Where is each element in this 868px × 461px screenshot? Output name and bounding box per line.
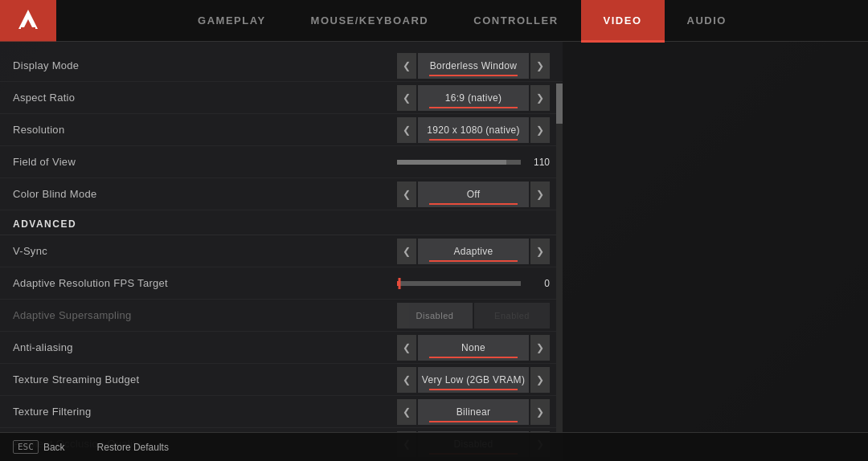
antialiasing-label: Anti-aliasing	[13, 341, 318, 353]
texture-streaming-value: Very Low (2GB VRAM)	[418, 367, 529, 393]
setting-resolution: Resolution ❮ 1920 x 1080 (native) ❯	[0, 114, 563, 146]
setting-vsync: V-Sync ❮ Adaptive ❯	[0, 235, 563, 267]
adaptive-supersampling-disabled-btn[interactable]: Disabled	[397, 303, 473, 328]
color-blind-next[interactable]: ❯	[530, 182, 550, 207]
display-mode-label: Display Mode	[13, 59, 318, 71]
bottom-bar: ESC Back Restore Defaults	[0, 432, 868, 461]
setting-texture-filtering: Texture Filtering ❮ Bilinear ❯	[0, 396, 563, 428]
texture-filtering-label: Texture Filtering	[13, 406, 318, 418]
esc-key-badge: ESC	[13, 440, 39, 454]
scrollbar-track[interactable]	[556, 84, 563, 461]
antialiasing-underline	[429, 357, 518, 358]
setting-texture-streaming: Texture Streaming Budget ❮ Very Low (2GB…	[0, 364, 563, 396]
resolution-control: ❮ 1920 x 1080 (native) ❯	[318, 117, 550, 143]
resolution-underline	[429, 139, 518, 141]
setting-color-blind: Color Blind Mode ❮ Off ❯	[0, 178, 563, 210]
texture-streaming-label: Texture Streaming Budget	[13, 373, 318, 386]
display-mode-arrow-control: ❮ Borderless Window ❯	[397, 53, 550, 79]
aspect-ratio-label: Aspect Ratio	[13, 92, 318, 104]
color-blind-prev[interactable]: ❮	[397, 182, 416, 207]
restore-defaults-action[interactable]: Restore Defaults	[97, 442, 169, 453]
setting-fov: Field of View 110	[0, 146, 563, 178]
texture-filtering-next[interactable]: ❯	[530, 399, 550, 425]
adaptive-supersampling-enabled-btn[interactable]: Enabled	[474, 303, 550, 328]
adaptive-res-label: Adaptive Resolution FPS Target	[13, 277, 318, 289]
vsync-control: ❮ Adaptive ❯	[318, 239, 550, 264]
color-blind-value: Off	[418, 182, 529, 207]
right-panel	[563, 42, 868, 461]
display-mode-prev[interactable]: ❮	[397, 53, 416, 79]
adaptive-supersampling-control: Disabled Enabled	[318, 303, 550, 328]
vsync-label: V-Sync	[13, 245, 318, 257]
antialiasing-control: ❮ None ❯	[318, 335, 550, 361]
aspect-ratio-next[interactable]: ❯	[530, 85, 550, 111]
adaptive-res-control: 0	[318, 278, 550, 289]
adaptive-supersampling-toggle: Disabled Enabled	[397, 303, 550, 328]
texture-streaming-control: ❮ Very Low (2GB VRAM) ❯	[318, 367, 550, 393]
vsync-arrow-control: ❮ Adaptive ❯	[397, 239, 550, 264]
color-blind-label: Color Blind Mode	[13, 188, 318, 200]
aspect-ratio-control: ❮ 16:9 (native) ❯	[318, 85, 550, 111]
display-mode-next[interactable]: ❯	[530, 53, 550, 79]
antialiasing-arrow-control: ❮ None ❯	[397, 335, 550, 361]
texture-filtering-underline	[429, 421, 518, 422]
display-mode-underline	[429, 75, 518, 76]
aspect-ratio-underline	[429, 107, 518, 108]
advanced-section-header: ADVANCED	[0, 210, 563, 235]
resolution-prev[interactable]: ❮	[397, 117, 416, 143]
tab-mouse-keyboard[interactable]: Mouse/Keyboard	[289, 0, 452, 42]
restore-defaults-label: Restore Defaults	[97, 442, 169, 453]
main-content: Display Mode ❮ Borderless Window ❯ Aspec…	[0, 42, 868, 461]
resolution-value: 1920 x 1080 (native)	[418, 117, 529, 143]
color-blind-control: ❮ Off ❯	[318, 182, 550, 207]
tab-gameplay[interactable]: Gameplay	[175, 0, 288, 42]
adaptive-supersampling-label: Adaptive Supersampling	[13, 309, 318, 321]
fov-slider-control: 110	[397, 157, 550, 168]
texture-filtering-prev[interactable]: ❮	[397, 399, 416, 425]
antialiasing-prev[interactable]: ❮	[397, 335, 416, 361]
setting-display-mode: Display Mode ❮ Borderless Window ❯	[0, 50, 563, 82]
texture-streaming-prev[interactable]: ❮	[397, 367, 416, 393]
svg-rect-1	[21, 27, 35, 30]
back-label: Back	[43, 442, 65, 453]
fov-label: Field of View	[13, 156, 318, 168]
vsync-next[interactable]: ❯	[530, 239, 550, 264]
resolution-next[interactable]: ❯	[530, 117, 550, 143]
texture-filtering-control: ❮ Bilinear ❯	[318, 399, 550, 425]
setting-adaptive-res: Adaptive Resolution FPS Target 0	[0, 267, 563, 300]
aspect-ratio-value: 16:9 (native)	[418, 85, 529, 111]
adaptive-res-handle	[399, 278, 401, 289]
aspect-ratio-prev[interactable]: ❮	[397, 85, 416, 111]
color-blind-arrow-control: ❮ Off ❯	[397, 182, 550, 207]
setting-antialiasing: Anti-aliasing ❮ None ❯	[0, 332, 563, 364]
vsync-underline	[429, 260, 518, 262]
texture-filtering-value: Bilinear	[418, 399, 529, 425]
color-blind-underline	[429, 203, 518, 205]
setting-aspect-ratio: Aspect Ratio ❮ 16:9 (native) ❯	[0, 82, 563, 114]
top-navigation: Gameplay Mouse/Keyboard Controller Video…	[0, 0, 868, 42]
fov-slider-track[interactable]	[397, 160, 521, 165]
tab-video[interactable]: Video	[581, 0, 665, 42]
texture-streaming-arrow-control: ❮ Very Low (2GB VRAM) ❯	[397, 367, 550, 393]
fov-value: 110	[527, 157, 550, 168]
apex-logo-icon	[14, 6, 43, 35]
back-action[interactable]: ESC Back	[13, 440, 65, 454]
aspect-ratio-arrow-control: ❮ 16:9 (native) ❯	[397, 85, 550, 111]
apex-logo	[0, 0, 56, 42]
texture-streaming-next[interactable]: ❯	[530, 367, 550, 393]
fov-control: 110	[318, 157, 550, 168]
texture-filtering-arrow-control: ❮ Bilinear ❯	[397, 399, 550, 425]
svg-marker-0	[18, 10, 38, 29]
scrollbar-thumb[interactable]	[556, 84, 563, 124]
resolution-arrow-control: ❮ 1920 x 1080 (native) ❯	[397, 117, 550, 143]
tab-audio[interactable]: Audio	[665, 0, 749, 42]
display-mode-control: ❮ Borderless Window ❯	[318, 53, 550, 79]
antialiasing-next[interactable]: ❯	[530, 335, 550, 361]
tab-controller[interactable]: Controller	[451, 0, 580, 42]
antialiasing-value: None	[418, 335, 529, 361]
vsync-value: Adaptive	[418, 239, 529, 264]
setting-adaptive-supersampling: Adaptive Supersampling Disabled Enabled	[0, 300, 563, 332]
adaptive-res-value: 0	[527, 278, 550, 289]
vsync-prev[interactable]: ❮	[397, 239, 416, 264]
adaptive-res-slider-track[interactable]	[397, 281, 521, 286]
